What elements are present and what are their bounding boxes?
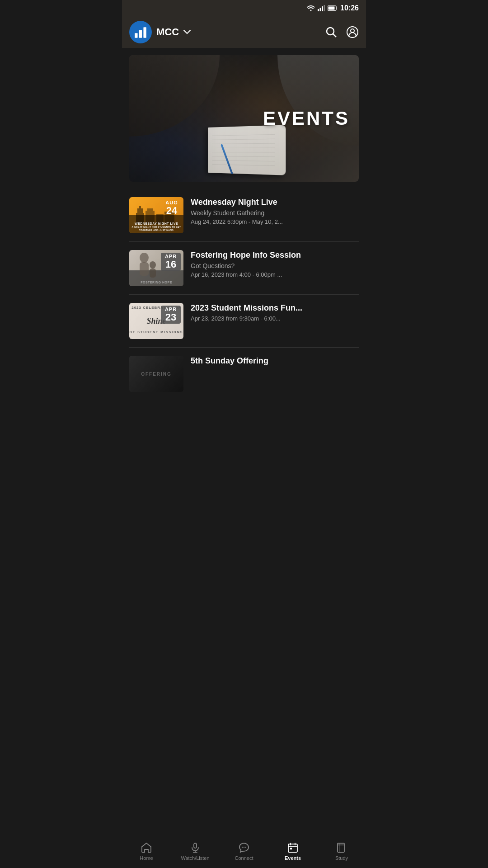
svg-rect-0 [318, 9, 319, 11]
svg-rect-3 [324, 5, 325, 11]
wifi-icon [307, 5, 315, 11]
church-name: MCC [156, 26, 179, 38]
event-name-5th: 5th Sunday Offering [191, 356, 359, 366]
svg-rect-23 [150, 269, 156, 278]
svg-rect-2 [322, 6, 323, 11]
event-item[interactable]: APR 16 FOSTERING HOPE Fostering Hope Inf… [129, 242, 359, 295]
event-thumbnail-wnl: AUG 24 WEDNESDAY NIGHT LIVEA GREAT NIGHT… [129, 197, 183, 233]
svg-line-10 [333, 34, 336, 37]
svg-point-9 [327, 28, 334, 35]
event-date-wnl: Aug 24, 2022 6:30pm - May 10, 2... [191, 218, 359, 225]
status-bar: 10:26 [122, 0, 366, 16]
thumb-shine-bg: 2023 CELEBRATION OF Shine OF STUDENT MIS… [129, 303, 183, 339]
event-info-wnl: Wednesday Night Live Weekly Student Gath… [191, 197, 359, 225]
date-badge-shine: APR 23 [161, 306, 181, 324]
event-item[interactable]: 2023 CELEBRATION OF Shine OF STUDENT MIS… [129, 295, 359, 348]
event-item[interactable]: OFFERING 5th Sunday Offering [129, 348, 359, 400]
svg-rect-8 [143, 27, 146, 38]
event-day-shine: 23 [164, 312, 178, 323]
event-thumbnail-5th: OFFERING [129, 356, 183, 392]
hero-banner: EVENTS [129, 55, 359, 182]
event-info-fostering: Fostering Hope Info Session Got Question… [191, 250, 359, 278]
profile-icon[interactable] [346, 26, 359, 38]
thumb-wnl-bg: AUG 24 WEDNESDAY NIGHT LIVEA GREAT NIGHT… [129, 197, 183, 233]
search-icon[interactable] [325, 26, 337, 38]
event-item[interactable]: AUG 24 WEDNESDAY NIGHT LIVEA GREAT NIGHT… [129, 189, 359, 242]
svg-rect-5 [328, 7, 335, 10]
scroll-content: EVENTS AUG [122, 55, 366, 436]
svg-rect-21 [140, 262, 149, 276]
event-thumbnail-fostering: APR 16 FOSTERING HOPE [129, 250, 183, 286]
svg-point-20 [140, 253, 149, 263]
date-badge-wnl: AUG 24 [162, 199, 182, 217]
svg-rect-6 [135, 33, 137, 38]
mother-child-icon [133, 252, 164, 279]
header-left: MCC [129, 21, 191, 43]
svg-rect-14 [137, 208, 143, 213]
svg-rect-7 [139, 30, 142, 38]
date-badge-fostering: APR 16 [161, 253, 181, 271]
header: MCC [122, 16, 366, 48]
svg-point-22 [150, 261, 156, 269]
event-info-5th: 5th Sunday Offering [191, 356, 359, 366]
thumb-5th-bg: OFFERING [129, 356, 183, 392]
event-subtitle-wnl: Weekly Student Gathering [191, 209, 359, 217]
battery-icon [328, 5, 338, 11]
header-right [325, 26, 359, 38]
hero-wrapper: EVENTS [122, 55, 366, 182]
signal-icon [318, 5, 325, 11]
shine-sub-text: OF STUDENT MISSIONS [129, 330, 183, 334]
svg-point-12 [351, 29, 354, 33]
event-info-shine: 2023 Student Missions Fun... Apr 23, 202… [191, 303, 359, 322]
5th-thumb-text: OFFERING [141, 372, 172, 377]
hero-title: EVENTS [263, 108, 350, 129]
event-name-fostering: Fostering Hope Info Session [191, 250, 359, 260]
events-list: AUG 24 WEDNESDAY NIGHT LIVEA GREAT NIGHT… [122, 189, 366, 400]
event-date-fostering: Apr 16, 2023 from 4:00 - 6:00pm ... [191, 271, 359, 278]
status-icons: 10:26 [307, 4, 359, 12]
svg-rect-17 [147, 208, 153, 211]
fostering-thumb-text: FOSTERING HOPE [129, 281, 183, 284]
event-name-wnl: Wednesday Night Live [191, 197, 359, 208]
event-date-shine: Apr 23, 2023 from 9:30am - 6:00... [191, 315, 359, 322]
wnl-thumb-text: WEDNESDAY NIGHT LIVEA GREAT NIGHT FOR ST… [129, 222, 183, 231]
event-name-shine: 2023 Student Missions Fun... [191, 303, 359, 313]
app-logo[interactable] [129, 21, 152, 43]
svg-rect-1 [320, 8, 321, 11]
event-day-fostering: 16 [164, 259, 178, 270]
svg-rect-15 [139, 206, 141, 208]
event-day-wnl: 24 [164, 205, 179, 216]
event-subtitle-fostering: Got Questions? [191, 262, 359, 269]
event-thumbnail-shine: 2023 CELEBRATION OF Shine OF STUDENT MIS… [129, 303, 183, 339]
status-time: 10:26 [340, 4, 359, 12]
dropdown-icon[interactable] [183, 30, 191, 34]
thumb-fostering-bg: APR 16 FOSTERING HOPE [129, 250, 183, 286]
